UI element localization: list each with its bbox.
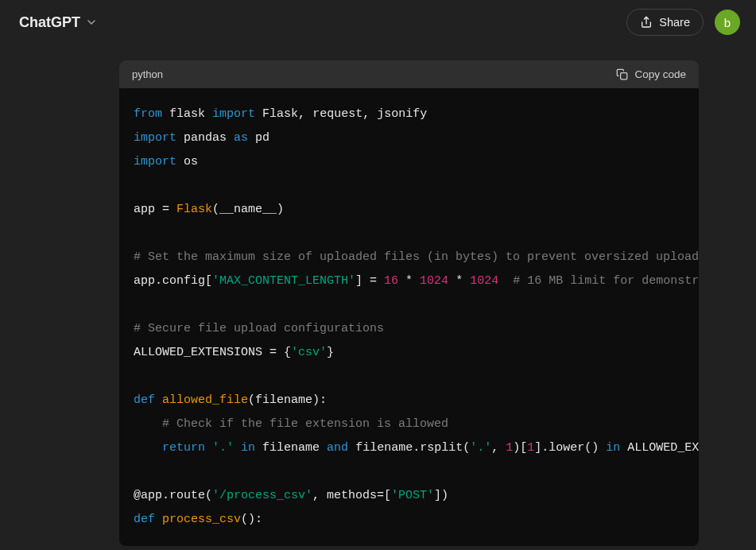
share-icon xyxy=(640,16,653,29)
svg-rect-1 xyxy=(621,73,627,79)
code-block-header: python Copy code xyxy=(119,60,699,88)
header-actions: Share b xyxy=(626,9,740,36)
avatar-letter: b xyxy=(724,16,731,29)
chevron-down-icon xyxy=(85,16,98,29)
share-button[interactable]: Share xyxy=(626,9,704,36)
code-content[interactable]: from flask import Flask, request, jsonif… xyxy=(119,88,699,546)
code-block: python Copy code from flask import Flask… xyxy=(119,60,699,546)
copy-code-button[interactable]: Copy code xyxy=(616,68,686,80)
copy-code-label: Copy code xyxy=(634,68,686,80)
model-switcher[interactable]: ChatGPT xyxy=(19,14,98,31)
code-language-label: python xyxy=(132,68,163,80)
app-header: ChatGPT Share b xyxy=(0,0,756,45)
avatar[interactable]: b xyxy=(715,10,740,35)
app-title: ChatGPT xyxy=(19,14,80,31)
share-label: Share xyxy=(659,16,690,29)
message-area: python Copy code from flask import Flask… xyxy=(0,45,756,546)
copy-icon xyxy=(616,68,628,80)
